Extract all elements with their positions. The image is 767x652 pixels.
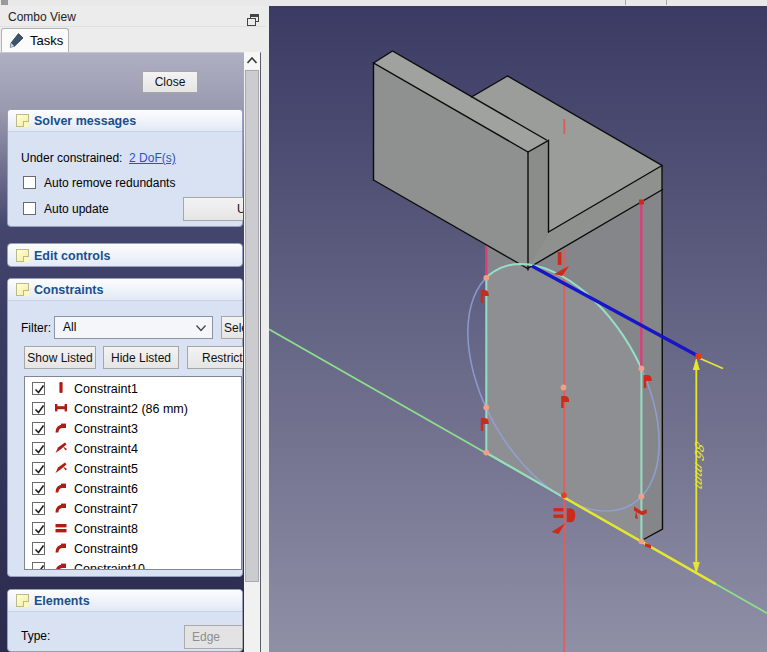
svg-text:86 mm: 86 mm: [692, 438, 706, 493]
